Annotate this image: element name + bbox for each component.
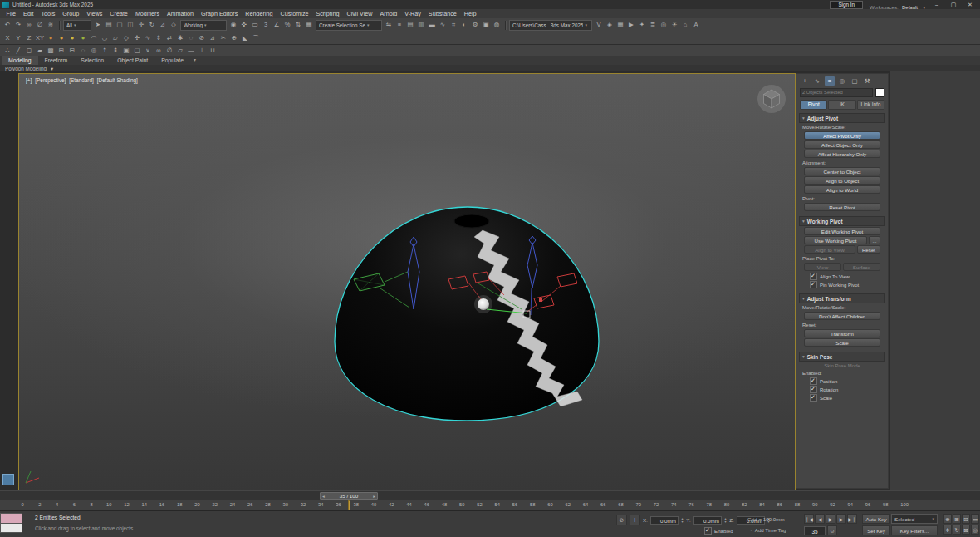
select-and-manipulate-icon[interactable]: ✜ (239, 20, 249, 30)
frame-tick[interactable]: 16 (159, 502, 164, 507)
reset-pivot-button[interactable]: Reset Pivot (804, 203, 880, 211)
viewport-menu-pov[interactable]: [Perspective] (35, 77, 66, 83)
menu-vray[interactable]: V-Ray (401, 10, 425, 17)
ribbon-tab-object-paint[interactable]: Object Paint (110, 56, 154, 65)
edit-named-selection-sets-icon[interactable]: ▦ (304, 20, 314, 30)
align-to-world-button[interactable]: Align to World (804, 185, 880, 194)
attach-icon[interactable]: ∞ (154, 46, 164, 56)
auto-key-button[interactable]: Auto Key (862, 514, 890, 524)
shrink-selection-icon[interactable]: ⊟ (67, 46, 77, 56)
display-tab-icon[interactable]: ▢ (850, 76, 860, 86)
frame-tick[interactable]: 42 (389, 502, 394, 507)
frame-tick[interactable]: 82 (742, 502, 747, 507)
material-editor-icon[interactable]: ◐ (459, 20, 469, 30)
object-name-field[interactable]: 2 Objects Selected (800, 88, 873, 97)
frame-tick[interactable]: 6 (71, 502, 76, 507)
menu-arnold[interactable]: Arnold (376, 10, 401, 17)
frame-tick[interactable]: 36 (336, 502, 341, 507)
ik-tab[interactable]: IK (828, 100, 855, 110)
select-object-icon[interactable]: ➤ (93, 20, 103, 30)
redo-icon[interactable]: ↷ (13, 20, 23, 30)
selection-lock-toggle-icon[interactable]: ⊘ (616, 515, 627, 525)
vertex-mode-icon[interactable]: ∴ (2, 46, 12, 56)
ribbon-minimize-icon[interactable]: ▾ (190, 56, 199, 65)
reset-transform-button[interactable]: Transform (804, 329, 880, 337)
axis-constraint-y-icon[interactable]: Y (13, 33, 23, 43)
toggle-scene-explorer-icon[interactable]: ▤ (405, 20, 415, 30)
zoom-extents-icon[interactable]: ⊡ (962, 514, 970, 524)
frame-tick[interactable]: 18 (177, 502, 182, 507)
frame-tick[interactable]: 0 (20, 502, 25, 507)
rollout-adjust-pivot[interactable]: ▾ Adjust Pivot (799, 113, 885, 123)
next-frame-arrow-icon[interactable]: ▸ (373, 494, 375, 499)
frame-tick[interactable]: 46 (424, 502, 429, 507)
isolate-selection-icon[interactable]: ◎ (659, 20, 669, 30)
dock-grip[interactable] (2, 474, 14, 485)
ribbon-tab-selection[interactable]: Selection (74, 56, 110, 65)
ribbon-tab-freeform[interactable]: Freeform (38, 56, 75, 65)
schematic-view-icon[interactable]: ⌗ (448, 20, 458, 30)
window-crossing-icon[interactable]: ◫ (125, 20, 135, 30)
maximize-viewport-toggle-icon[interactable]: ⊠ (962, 525, 970, 535)
frame-tick[interactable]: 58 (530, 502, 535, 507)
snaps-toggle-icon[interactable]: 3 (261, 20, 271, 30)
shift-brush-icon[interactable]: ⇄ (164, 33, 174, 43)
select-and-scale-icon[interactable]: ⊿ (158, 20, 168, 30)
place-pivot-view-button[interactable]: View (804, 263, 841, 271)
align-to-view-button[interactable]: Align to View (804, 245, 855, 254)
view-cube[interactable] (757, 85, 786, 113)
pan-view-icon[interactable]: ✥ (943, 525, 952, 535)
make-planar-icon[interactable]: ― (186, 46, 196, 56)
paint-object-amber-icon[interactable]: ● (46, 33, 56, 43)
extrude-icon[interactable]: ↥ (100, 46, 110, 56)
element-mode-icon[interactable]: ▩ (46, 46, 56, 56)
x-coordinate-field[interactable]: 0.0mm (650, 516, 679, 525)
percent-snap-toggle-icon[interactable]: % (282, 20, 292, 30)
frame-tick[interactable]: 72 (654, 502, 659, 507)
motion-tab-icon[interactable]: ◎ (837, 76, 847, 86)
scale-checkbox[interactable] (810, 394, 817, 402)
menu-group[interactable]: Group (59, 10, 83, 17)
pivot-tab[interactable]: Pivot (800, 100, 827, 110)
axis-constraint-x-icon[interactable]: X (2, 33, 12, 43)
flatten-brush-icon[interactable]: ▱ (110, 33, 120, 43)
frame-tick[interactable]: 78 (706, 502, 711, 507)
inset-icon[interactable]: ▣ (121, 46, 131, 56)
menu-rendering[interactable]: Rendering (242, 10, 277, 17)
pinch-brush-icon[interactable]: ◇ (121, 33, 131, 43)
outline-icon[interactable]: ▢ (132, 46, 142, 56)
slice-tool-icon[interactable]: ⊘ (197, 33, 207, 43)
skin-pose-position-row[interactable]: Position (796, 377, 888, 385)
add-time-tag-label[interactable]: Add Time Tag (755, 527, 786, 533)
frame-tick[interactable]: 8 (89, 502, 94, 507)
go-to-start-icon[interactable]: ❘◀ (804, 514, 814, 524)
viewport-menu-standard[interactable]: [Standard] (69, 77, 94, 83)
detach-icon[interactable]: ∅ (164, 46, 174, 56)
light-lister-icon[interactable]: ☀ (669, 20, 679, 30)
menu-views[interactable]: Views (83, 10, 106, 17)
frame-tick[interactable]: 90 (812, 502, 817, 507)
select-by-name-icon[interactable]: ▤ (104, 20, 114, 30)
angle-snap-toggle-icon[interactable]: ∠ (272, 20, 282, 30)
go-to-end-icon[interactable]: ▶❘ (847, 514, 857, 524)
rollout-adjust-transform[interactable]: ▾ Adjust Transform (799, 293, 885, 303)
select-and-link-icon[interactable]: ∞ (24, 20, 34, 30)
rendered-frame-window-icon[interactable]: ▣ (481, 20, 491, 30)
bevel-icon[interactable]: ⇞ (110, 46, 120, 56)
sign-in-button[interactable]: Sign In (830, 1, 863, 9)
project-folder-dropdown[interactable]: C:\Users\Cass...3ds Max 2025 ▾ (509, 20, 592, 31)
white-sphere-object[interactable] (474, 295, 492, 313)
link-info-tab[interactable]: Link Info (857, 100, 884, 110)
paint-object-yellow-icon[interactable]: ● (67, 33, 77, 43)
menu-help[interactable]: Help (460, 10, 480, 17)
menu-graph-editors[interactable]: Graph Editors (198, 10, 242, 17)
frame-tick[interactable]: 10 (106, 502, 111, 507)
frame-tick[interactable]: 100 (900, 502, 909, 507)
weld-tool-icon[interactable]: ⊕ (229, 33, 239, 43)
selection-set-key-dropdown[interactable]: Selected ▾ (891, 514, 938, 524)
ring-selection-icon[interactable]: ◎ (89, 46, 99, 56)
key-filters-button[interactable]: Key Filters... (891, 525, 938, 535)
selection-filter-dropdown[interactable]: All ▾ (63, 20, 91, 31)
rollout-working-pivot[interactable]: ▾ Working Pivot (799, 216, 885, 226)
frame-tick[interactable]: 38 (353, 502, 358, 507)
